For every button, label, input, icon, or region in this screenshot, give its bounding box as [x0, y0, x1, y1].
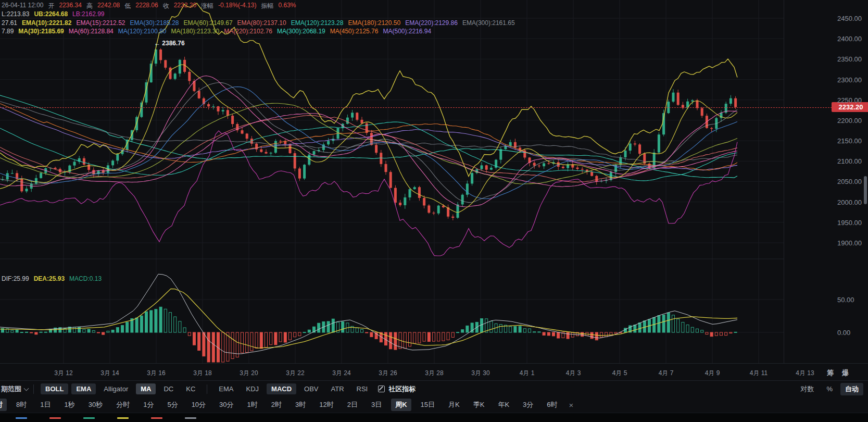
price-axis-label: 1950.00: [837, 219, 862, 227]
date-axis-label: 3月 12: [54, 369, 72, 378]
indicator-boll-button[interactable]: BOLL: [41, 383, 68, 394]
scale-对数-button[interactable]: 对数: [796, 383, 819, 395]
timeframe-季K[interactable]: 季K: [469, 399, 489, 411]
timeframe-2日[interactable]: 2日: [343, 399, 362, 411]
price-axis-label: 2250.00: [837, 96, 862, 104]
high-annotation: ← 2386.76: [154, 40, 185, 47]
date-axis-label: 4月 9: [705, 369, 720, 378]
indicator-toolbar: 期范围 BOLLEMAAlligatorMADCKC EMAKDJMACDOBV…: [0, 380, 868, 397]
indicator-macd-button[interactable]: MACD: [267, 383, 296, 394]
date-axis-label: 4月 3: [566, 369, 581, 378]
axis-tool-button[interactable]: 筹: [827, 368, 834, 378]
timeframe-3日[interactable]: 3日: [367, 399, 386, 411]
price-axis-label: 2150.00: [837, 137, 862, 145]
indicator-obv-button[interactable]: OBV: [299, 383, 323, 394]
cutoff-fragment: [16, 417, 27, 419]
indicator-ema-button[interactable]: EMA: [71, 383, 96, 394]
date-axis-label: 3月 18: [193, 369, 211, 378]
timeframe-30分[interactable]: 30分: [215, 399, 237, 411]
price-axis-label: 2300.00: [837, 76, 862, 84]
date-axis-label: 4月 7: [659, 369, 674, 378]
close-timeframe-icon[interactable]: ×: [567, 401, 576, 409]
timeframe-2时[interactable]: 2时: [267, 399, 286, 411]
date-range-button[interactable]: 期范围: [1, 384, 28, 394]
community-indicators-button[interactable]: 社区指标: [378, 384, 416, 394]
trading-chart-window: ← 2386.76 26-04-11 12:00开2236.34高2242.08…: [0, 0, 868, 422]
time-axis[interactable]: 3月 123月 143月 163月 183月 203月 223月 243月 26…: [0, 363, 868, 381]
timeframe-月K[interactable]: 月K: [444, 399, 464, 411]
timeframe-周K[interactable]: 周K: [391, 399, 411, 411]
cutoff-fragment: [151, 417, 162, 419]
date-axis-label: 3月 22: [286, 369, 304, 378]
date-range-label: 期范围: [1, 384, 21, 394]
toolbar-divider: [207, 384, 207, 394]
indicator-dc-button[interactable]: DC: [159, 383, 178, 394]
macd-axis-label: 0.00: [837, 329, 850, 337]
price-axis-label: 2450.00: [837, 15, 862, 22]
toolbar-divider: [33, 384, 34, 394]
timeframe-10分[interactable]: 10分: [187, 399, 210, 411]
community-indicators-label: 社区指标: [388, 384, 416, 394]
price-axis-label: 2000.00: [837, 198, 862, 206]
timeframe-年K[interactable]: 年K: [494, 399, 513, 411]
chart-canvas[interactable]: [0, 0, 784, 363]
cutoff-fragment: [185, 417, 196, 419]
indicator-atr-button[interactable]: ATR: [326, 383, 349, 394]
indicator-kdj-button[interactable]: KDJ: [241, 383, 263, 394]
scale-自动-button[interactable]: 自动: [840, 383, 863, 395]
timeframe-8时[interactable]: 8时: [12, 399, 31, 411]
timeframe-1日[interactable]: 1日: [36, 399, 55, 411]
axis-tool-button[interactable]: 爆: [842, 368, 849, 378]
indicator-kc-button[interactable]: KC: [181, 383, 200, 394]
timeframe-时[interactable]: 时: [0, 399, 7, 411]
price-axis-label: 2050.00: [837, 178, 862, 185]
date-axis-label: 3月 26: [379, 369, 397, 378]
cutoff-bottom-row: [0, 413, 868, 422]
date-axis-label: 4月 13: [796, 369, 814, 378]
price-axis-label: 2350.00: [837, 55, 862, 63]
price-axis[interactable]: 2232.20 2450.002400.002350.002300.002250…: [784, 0, 868, 381]
date-axis-label: 4月 5: [612, 369, 627, 378]
date-axis-label: 3月 30: [471, 369, 489, 378]
timeframe-1时[interactable]: 1时: [243, 399, 262, 411]
chevron-down-icon: [24, 386, 29, 391]
edit-icon: [378, 386, 385, 392]
indicator-alligator-button[interactable]: Alligator: [99, 383, 133, 394]
date-axis-label: 4月 1: [520, 369, 535, 378]
date-axis-label: 4月 11: [750, 369, 768, 378]
scale-options-group: 对数%自动: [794, 383, 868, 395]
timeframe-15日[interactable]: 15日: [417, 399, 439, 411]
date-axis-label: 3月 24: [332, 369, 350, 378]
sub-indicator-group: EMAKDJMACDOBVATRRSI: [212, 383, 374, 394]
timeframe-toolbar: 时8时1日1秒30秒分时1分5分10分30分1时2时3时12时2日3日周K15日…: [0, 397, 868, 413]
cutoff-fragment: [83, 417, 95, 419]
date-axis-label: 3月 28: [425, 369, 443, 378]
last-price-line: [0, 107, 832, 108]
price-axis-label: 2100.00: [837, 157, 862, 165]
timeframe-分时[interactable]: 分时: [112, 399, 134, 411]
axis-scroll-handle[interactable]: [864, 176, 867, 204]
timeframe-3时[interactable]: 3时: [291, 399, 310, 411]
timeframe-3分[interactable]: 3分: [519, 399, 537, 411]
scale-%-button[interactable]: %: [822, 383, 837, 394]
indicator-ema-button[interactable]: EMA: [214, 383, 238, 394]
price-axis-label: 2200.00: [837, 117, 862, 125]
date-axis-label: 3月 16: [147, 369, 165, 378]
indicator-rsi-button[interactable]: RSI: [352, 383, 373, 394]
timeframe-5分[interactable]: 5分: [163, 399, 182, 411]
date-axis-label: 3月 14: [100, 369, 119, 378]
timeframe-30秒[interactable]: 30秒: [84, 399, 107, 411]
cutoff-fragment: [49, 417, 61, 419]
price-axis-label: 2400.00: [837, 35, 862, 43]
price-axis-label: 1900.00: [837, 239, 862, 247]
indicator-ma-button[interactable]: MA: [136, 383, 156, 394]
date-axis-label: 3月 20: [240, 369, 258, 378]
timeframe-1秒[interactable]: 1秒: [60, 399, 79, 411]
timeframe-1分[interactable]: 1分: [139, 399, 158, 411]
cutoff-fragment: [117, 417, 129, 419]
timeframe-6时[interactable]: 6时: [543, 399, 561, 411]
main-indicator-group: BOLLEMAAlligatorMADCKC: [39, 383, 202, 394]
macd-axis-label: 50.00: [837, 296, 854, 304]
timeframe-12时[interactable]: 12时: [315, 399, 337, 411]
